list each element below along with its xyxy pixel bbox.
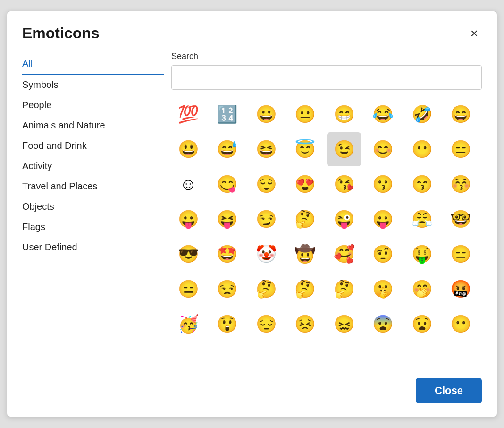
dialog-footer: Close	[7, 369, 497, 417]
emoji-cell[interactable]: 🤭	[405, 272, 439, 306]
dialog-header: Emoticons ×	[7, 11, 497, 51]
emoji-cell[interactable]: 😏	[249, 202, 283, 236]
emoji-cell[interactable]: 😋	[210, 167, 244, 201]
emoji-cell[interactable]: 😙	[405, 167, 439, 201]
emoji-cell[interactable]: 😖	[327, 307, 361, 341]
sidebar-item-food[interactable]: Food and Drink	[22, 136, 164, 156]
emoji-cell[interactable]: 😃	[171, 132, 205, 166]
sidebar-item-user[interactable]: User Defined	[22, 237, 164, 257]
emoji-grid-container: 💯🔢😀😐😁😂🤣😄😃😅😆😇😉😊😶😑☺️😋😌😍😘😗😙😚😛😝😏🤔😜😛😤🤓😎🤩🤡🤠🥰🤨🤑…	[171, 97, 482, 343]
close-icon-button[interactable]: ×	[467, 25, 482, 42]
emoji-cell[interactable]: 😐	[288, 97, 322, 131]
emoji-cell[interactable]: 😚	[444, 167, 478, 201]
emoji-cell[interactable]: 😲	[210, 307, 244, 341]
emoji-grid: 💯🔢😀😐😁😂🤣😄😃😅😆😇😉😊😶😑☺️😋😌😍😘😗😙😚😛😝😏🤔😜😛😤🤓😎🤩🤡🤠🥰🤨🤑…	[171, 97, 482, 341]
emoji-cell[interactable]: 😒	[210, 272, 244, 306]
dialog-body: AllSymbolsPeopleAnimals and NatureFood a…	[7, 51, 497, 369]
category-sidebar: AllSymbolsPeopleAnimals and NatureFood a…	[22, 51, 164, 360]
emoji-cell[interactable]: 😘	[327, 167, 361, 201]
main-content: Search 💯🔢😀😐😁😂🤣😄😃😅😆😇😉😊😶😑☺️😋😌😍😘😗😙😚😛😝😏🤔😜😛😤🤓…	[164, 51, 482, 360]
emoji-cell[interactable]: 😍	[288, 167, 322, 201]
sidebar-item-activity[interactable]: Activity	[22, 156, 164, 176]
emoji-cell[interactable]: 😗	[366, 167, 400, 201]
emoji-cell[interactable]: 😁	[327, 97, 361, 131]
emoji-cell[interactable]: 🤡	[249, 237, 283, 271]
sidebar-item-animals[interactable]: Animals and Nature	[22, 115, 164, 136]
sidebar-item-travel[interactable]: Travel and Places	[22, 176, 164, 197]
emoji-cell[interactable]: 🤔	[327, 272, 361, 306]
emoji-cell[interactable]: 🤔	[288, 272, 322, 306]
emoji-cell[interactable]: 😅	[210, 132, 244, 166]
search-input[interactable]	[171, 65, 482, 90]
emoji-cell[interactable]: 😧	[405, 307, 439, 341]
emoji-cell[interactable]: 😜	[327, 202, 361, 236]
emoji-cell[interactable]: 😉	[327, 132, 361, 166]
emoji-cell[interactable]: 😇	[288, 132, 322, 166]
emoji-cell[interactable]: 😑	[444, 132, 478, 166]
emoji-cell[interactable]: 😌	[249, 167, 283, 201]
emoji-cell[interactable]: 😶	[405, 132, 439, 166]
emoji-cell[interactable]: 😛	[171, 202, 205, 236]
emoji-cell[interactable]: 🤩	[210, 237, 244, 271]
emoji-cell[interactable]: 🔢	[210, 97, 244, 131]
emoji-cell[interactable]: 🤣	[405, 97, 439, 131]
sidebar-item-flags[interactable]: Flags	[22, 217, 164, 237]
emoji-cell[interactable]: 😄	[444, 97, 478, 131]
emoji-cell[interactable]: 🥳	[171, 307, 205, 341]
emoji-cell[interactable]: 😶	[444, 307, 478, 341]
sidebar-item-symbols[interactable]: Symbols	[22, 75, 164, 95]
emoji-cell[interactable]: 😆	[249, 132, 283, 166]
emoji-cell[interactable]: 😀	[249, 97, 283, 131]
emoji-cell[interactable]: 😤	[405, 202, 439, 236]
emoji-cell[interactable]: 😊	[366, 132, 400, 166]
emoji-cell[interactable]: 😝	[210, 202, 244, 236]
emoji-cell[interactable]: 🤓	[444, 202, 478, 236]
emoji-cell[interactable]: 😨	[366, 307, 400, 341]
emoji-cell[interactable]: 🥰	[327, 237, 361, 271]
sidebar-item-all[interactable]: All	[22, 53, 164, 75]
emoji-cell[interactable]: 😂	[366, 97, 400, 131]
emoji-cell[interactable]: 😛	[366, 202, 400, 236]
emoticons-dialog: Emoticons × AllSymbolsPeopleAnimals and …	[7, 11, 497, 417]
emoji-cell[interactable]: 🤠	[288, 237, 322, 271]
emoji-cell[interactable]: 😑	[171, 272, 205, 306]
sidebar-item-objects[interactable]: Objects	[22, 197, 164, 217]
emoji-cell[interactable]: 🤔	[288, 202, 322, 236]
dialog-title: Emoticons	[22, 25, 100, 42]
emoji-cell[interactable]: ☺️	[171, 167, 205, 201]
emoji-cell[interactable]: 💯	[171, 97, 205, 131]
emoji-cell[interactable]: 😣	[288, 307, 322, 341]
emoji-cell[interactable]: 🤔	[249, 272, 283, 306]
emoji-cell[interactable]: 😎	[171, 237, 205, 271]
emoji-cell[interactable]: 🤨	[366, 237, 400, 271]
emoji-cell[interactable]: 😑	[444, 237, 478, 271]
emoji-cell[interactable]: 🤑	[405, 237, 439, 271]
close-button[interactable]: Close	[416, 378, 482, 403]
emoji-cell[interactable]: 🤬	[444, 272, 478, 306]
emoji-cell[interactable]: 🤫	[366, 272, 400, 306]
search-label: Search	[171, 51, 482, 61]
sidebar-item-people[interactable]: People	[22, 95, 164, 115]
emoji-cell[interactable]: 😔	[249, 307, 283, 341]
